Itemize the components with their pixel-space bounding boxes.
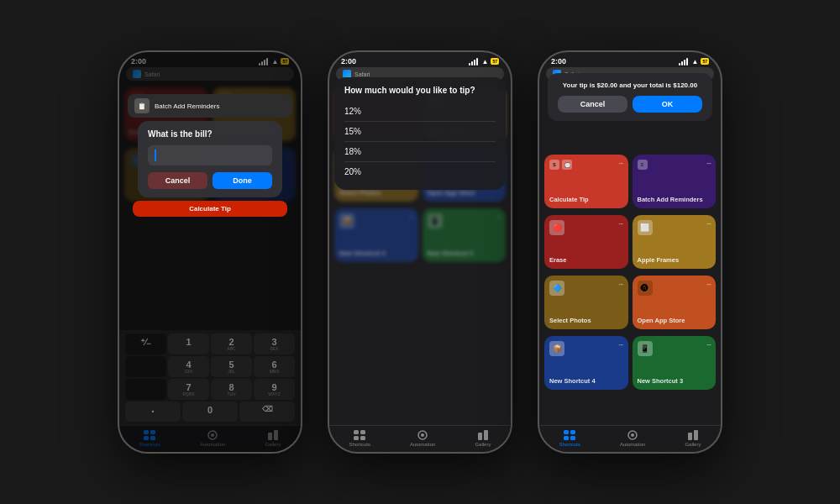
- list-dialog-p2: How much would you like to tip? 12% 15% …: [334, 77, 506, 190]
- batchremind-label-p3: Batch Add Reminders: [638, 196, 711, 203]
- tile-shortcut3-p3[interactable]: ··· 📱 New Shortcut 3: [633, 336, 717, 390]
- shortcuts-tab-icon-p3: [563, 429, 576, 441]
- svg-point-21: [631, 433, 634, 437]
- svg-rect-19: [570, 436, 575, 440]
- shortcut3-icon-p3: 📱: [638, 341, 653, 356]
- tile-calctip-p3[interactable]: ··· $ 💬 Calculate Tip: [544, 155, 628, 208]
- tile-shortcut4-p3[interactable]: ··· 📦 New Shortcut 4: [544, 336, 628, 390]
- automation-tab-icon-p3: [626, 429, 639, 441]
- calctip-icons-p3: $ 💬: [549, 160, 623, 170]
- calctip-label-p3: Calculate Tip: [549, 196, 623, 203]
- option-18-p2[interactable]: 18%: [344, 142, 496, 162]
- signal-icon-3: [679, 58, 688, 66]
- alert-cancel-button-p3[interactable]: Cancel: [558, 96, 627, 113]
- alert-dialog-p3: Your tip is $20.00 and your total is $12…: [548, 73, 712, 121]
- option-12-p2[interactable]: 12%: [344, 102, 496, 122]
- tab-automation-label-p3: Automation: [620, 442, 645, 447]
- tab-automation-p3[interactable]: Automation: [620, 429, 645, 447]
- svg-rect-16: [564, 430, 569, 434]
- alert-message-p3: Your tip is $20.00 and your total is $12…: [558, 81, 702, 89]
- input-dialog-overlay-p1: 📋 Batch Add Reminders What is the bill? …: [119, 52, 301, 452]
- dialog-buttons-p1: Cancel Done: [148, 172, 272, 189]
- tile-selectphotos-p3[interactable]: ··· 🔷 Select Photos: [544, 276, 628, 329]
- tile-erase-p3[interactable]: ··· 🔴 Erase: [544, 215, 628, 269]
- tile-batchremind-p3[interactable]: ··· ≡ Batch Add Reminders: [633, 155, 717, 208]
- batch-tile-p1[interactable]: 📋 Batch Add Reminders: [128, 94, 292, 118]
- tab-gallery-label-p3: Gallery: [685, 442, 701, 447]
- phone-1: 2:00 ▲ 57 Safari: [118, 50, 302, 454]
- battery-icon-3: 57: [701, 58, 709, 65]
- gallery-tab-icon-p3: [686, 429, 700, 441]
- option-20-p2[interactable]: 20%: [344, 162, 496, 181]
- batch-icon-p1: 📋: [134, 98, 150, 113]
- list-dialog-overlay-p2: How much would you like to tip? 12% 15% …: [329, 52, 511, 452]
- alert-ok-button-p3[interactable]: OK: [633, 96, 702, 113]
- svg-rect-22: [688, 433, 692, 440]
- batch-label-p1: Batch Add Reminders: [155, 102, 219, 110]
- alert-buttons-p3: Cancel OK: [558, 96, 702, 113]
- tile-appstore-p3[interactable]: ··· 🅐 Open App Store: [633, 276, 717, 329]
- tile-frames-p3[interactable]: ··· ⬜ Apple Frames: [633, 215, 717, 269]
- text-input-p1[interactable]: [148, 145, 272, 165]
- svg-rect-23: [694, 430, 698, 440]
- batchremind-icons-p3: ≡: [638, 160, 711, 170]
- status-icons-3: ▲ 57: [679, 58, 709, 66]
- selectphotos-icon-p3: 🔷: [549, 281, 564, 296]
- option-15-p2[interactable]: 15%: [344, 122, 496, 142]
- status-time-3: 2:00: [551, 57, 566, 66]
- tab-gallery-p3[interactable]: Gallery: [685, 429, 701, 447]
- appstore-icon-p3: 🅐: [638, 281, 653, 296]
- phone-2: 2:00 ▲ 57 Safari: [328, 50, 512, 454]
- cursor-p1: [155, 150, 156, 161]
- done-button-p1[interactable]: Done: [213, 172, 272, 189]
- frames-icon-p3: ⬜: [638, 220, 653, 235]
- phone-3: 2:00 ▲ 57 Safari You: [538, 50, 722, 454]
- svg-rect-17: [570, 430, 575, 434]
- erase-icon-p3: 🔴: [549, 220, 564, 235]
- svg-rect-18: [564, 436, 569, 440]
- dialog-title-p1: What is the bill?: [148, 129, 272, 139]
- shortcut4-icon-p3: 📦: [549, 341, 564, 356]
- tab-bar-p3: Shortcuts Automation Gallery: [539, 425, 721, 452]
- list-dialog-title-p2: How much would you like to tip?: [344, 86, 496, 95]
- tab-shortcuts-label-p3: Shortcuts: [559, 442, 580, 447]
- calc-tip-bar-p1[interactable]: Calculate Tip: [133, 201, 287, 217]
- status-bar-3: 2:00 ▲ 57: [539, 52, 721, 67]
- tab-shortcuts-p3[interactable]: Shortcuts: [559, 429, 580, 447]
- input-dialog-p1: What is the bill? Cancel Done: [138, 121, 282, 197]
- cancel-button-p1[interactable]: Cancel: [148, 172, 207, 189]
